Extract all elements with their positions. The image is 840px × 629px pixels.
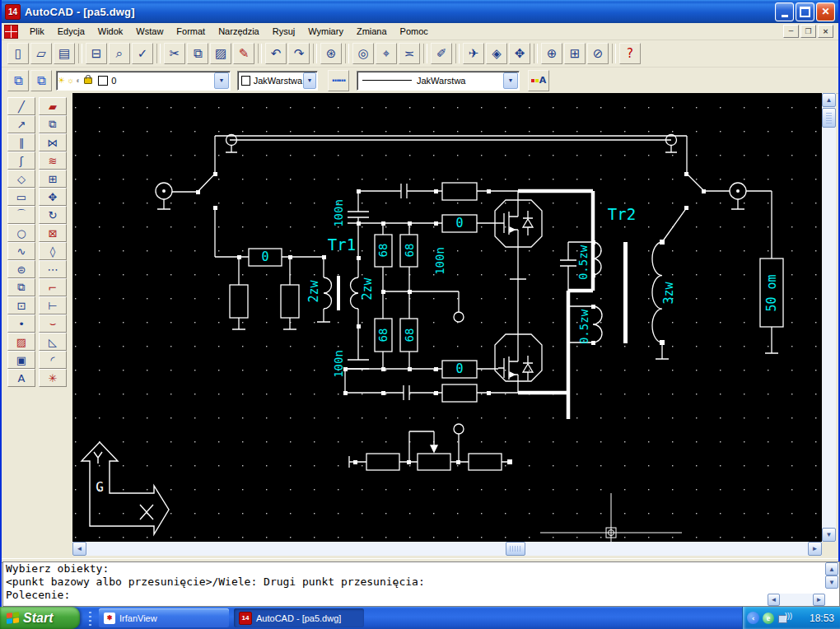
line-button[interactable]: ╱ [7, 97, 35, 115]
horizontal-scrollbar[interactable]: ◄ ► [72, 542, 822, 556]
ucs-button[interactable]: ⌖ [376, 43, 397, 64]
color-combo-arrow[interactable]: ▼ [303, 72, 316, 89]
mdi-minimize-button[interactable]: ─ [783, 25, 799, 38]
break-button[interactable]: ⌣ [39, 314, 67, 333]
taskbar-task-autocad-pa5-dwg-[interactable]: 14AutoCAD - [pa5.dwg] [234, 608, 364, 627]
chamfer-button[interactable]: ◺ [39, 333, 67, 351]
lengthen-button[interactable]: ⋯ [39, 260, 67, 278]
vertical-scrollbar[interactable]: ▲ ▼ [822, 93, 836, 542]
zoom-window-button[interactable]: ⊞ [564, 43, 586, 64]
explode-button[interactable]: ✳ [39, 369, 67, 387]
spelling-button[interactable]: ✓ [132, 43, 153, 64]
command-window[interactable]: Wybierz obiekty:<punkt bazowy albo przes… [2, 561, 840, 607]
menu-wstaw[interactable]: Wstaw [129, 24, 170, 39]
hatch-button[interactable]: ▨ [7, 333, 35, 351]
menu-pomoc[interactable]: Pomoc [394, 24, 435, 39]
polygon-button[interactable]: ◇ [7, 170, 35, 188]
command-vertical-scrollbar[interactable]: ▲ ▼ [825, 562, 839, 595]
copy-object-button[interactable]: ⧉ [39, 115, 67, 133]
multiline-button[interactable]: ∥ [7, 133, 35, 151]
help-button[interactable]: ? [619, 43, 641, 64]
make-layer-icon[interactable]: ⧉ [7, 70, 29, 91]
autocad-app-icon[interactable]: 14 [5, 4, 21, 20]
command-scroll-down-icon[interactable]: ▼ [825, 575, 838, 589]
linetype-combo-arrow[interactable]: ▼ [503, 72, 518, 89]
command-horizontal-scrollbar[interactable]: ◄ ► [768, 594, 825, 606]
redraw-button[interactable]: ✐ [431, 43, 452, 64]
scale-button[interactable]: ⊠ [39, 224, 67, 242]
erase-button[interactable]: ▰ [39, 97, 67, 115]
array-button[interactable]: ⊞ [39, 170, 67, 188]
insert-block-button[interactable]: ⧉ [7, 278, 35, 296]
menu-plik[interactable]: Plik [23, 24, 51, 39]
taskbar-task-irfanview[interactable]: ✱IrfanView [99, 608, 229, 627]
redo-button[interactable]: ↷ [288, 43, 310, 64]
polyline-button[interactable]: ʃ [7, 151, 35, 170]
distance-button[interactable]: ≍ [399, 43, 420, 64]
maximize-button[interactable] [796, 2, 814, 21]
undo-button[interactable]: ↶ [265, 43, 287, 64]
quicklaunch-separator[interactable] [89, 610, 91, 626]
close-button[interactable]: ✕ [816, 2, 835, 21]
print-preview-button[interactable]: ⌕ [109, 43, 130, 64]
command-scroll-up-icon[interactable]: ▲ [825, 562, 838, 575]
menu-widok[interactable]: Widok [91, 24, 130, 39]
fillet-button[interactable]: ◜ [39, 351, 67, 369]
minimize-button[interactable] [775, 2, 794, 21]
text-button[interactable]: A [7, 369, 35, 387]
object-snap-button[interactable]: ◎ [352, 43, 374, 64]
launch-browser-button[interactable]: ⊛ [320, 43, 342, 64]
layers-icon[interactable]: ⧉ [30, 70, 52, 91]
spline-button[interactable]: ∿ [7, 242, 35, 260]
menu-rysuj[interactable]: Rysuj [266, 24, 302, 39]
drawing-canvas[interactable]: Tr1Tr22zw2zw0.5zw0.5zw3zw50 om6868686810… [72, 93, 822, 542]
paste-button[interactable]: ▨ [210, 43, 231, 64]
scroll-down-icon[interactable]: ▼ [822, 528, 836, 542]
menu-wymiary[interactable]: Wymiary [301, 24, 350, 39]
mdi-restore-button[interactable]: ❐ [800, 25, 816, 38]
linetype-combo[interactable]: JakWarstwa ▼ [357, 71, 520, 91]
aerial-view-button[interactable]: ✈ [463, 43, 484, 64]
trim-button[interactable]: ⌐ [39, 278, 67, 296]
vertical-scroll-thumb[interactable] [822, 108, 836, 128]
drawing-icon[interactable] [4, 25, 18, 39]
zoom-realtime-button[interactable]: ⊕ [541, 43, 562, 64]
command-scroll-left-icon[interactable]: ◄ [768, 594, 780, 606]
arc-button[interactable]: ⌒ [7, 206, 35, 224]
scroll-right-icon[interactable]: ► [808, 542, 822, 556]
named-views-button[interactable]: ◈ [486, 43, 507, 64]
scroll-up-icon[interactable]: ▲ [822, 93, 836, 107]
circle-button[interactable]: ○ [7, 224, 35, 242]
properties-icon[interactable]: A [528, 70, 549, 91]
offset-button[interactable]: ≋ [39, 151, 67, 170]
open-button[interactable]: ▱ [30, 43, 52, 64]
rotate-button[interactable]: ↻ [39, 206, 67, 224]
menu-zmiana[interactable]: Zmiana [350, 24, 394, 39]
layer-combo-arrow[interactable]: ▼ [214, 72, 229, 89]
command-scroll-right-icon[interactable]: ► [813, 594, 825, 606]
copy-button[interactable]: ⧉ [187, 43, 208, 64]
region-button[interactable]: ▣ [7, 351, 35, 369]
make-block-button[interactable]: ⊡ [7, 296, 35, 314]
antivirus-tray-icon[interactable]: e [763, 613, 774, 624]
stretch-button[interactable]: ◊ [39, 242, 67, 260]
mdi-close-button[interactable]: × [818, 25, 833, 38]
zoom-previous-button[interactable]: ⊘ [587, 43, 609, 64]
move-button[interactable]: ✥ [39, 188, 67, 206]
ellipse-button[interactable]: ⊜ [7, 260, 35, 278]
rectangle-button[interactable]: ▭ [7, 188, 35, 206]
mirror-button[interactable]: ⋈ [39, 133, 67, 151]
hide-icons-chevron-icon[interactable]: ‹ [747, 612, 759, 624]
cut-button[interactable]: ✂ [164, 43, 185, 64]
point-button[interactable]: • [7, 314, 35, 333]
print-button[interactable]: ⊟ [86, 43, 107, 64]
match-properties-button[interactable]: ✎ [233, 43, 254, 64]
menu-narzędzia[interactable]: Narzędzia [212, 24, 266, 39]
color-combo[interactable]: JakWarstwa ▼ [237, 71, 318, 91]
scroll-left-icon[interactable]: ◄ [72, 542, 86, 556]
start-button[interactable]: Start [0, 607, 80, 629]
network-audio-tray-icon[interactable]: ))) [778, 613, 791, 623]
horizontal-scroll-thumb[interactable] [506, 542, 525, 556]
construction-line-button[interactable]: ↗ [7, 115, 35, 133]
layer-combo[interactable]: ☀ ☼ ◐ 0 ▼ [56, 71, 231, 91]
